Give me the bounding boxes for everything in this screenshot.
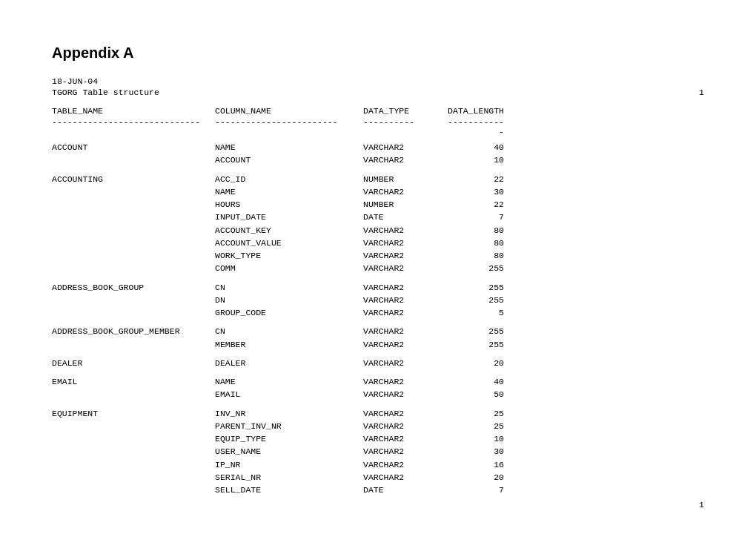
cell-data-length: 255 bbox=[445, 281, 504, 294]
table-row: ACCOUNT_VALUEVARCHAR280 bbox=[52, 237, 704, 249]
cell-data-type: NUMBER bbox=[363, 198, 445, 211]
cell-data-type: DATE bbox=[363, 484, 445, 496]
cell-data-type: VARCHAR2 bbox=[363, 306, 445, 319]
table-group: EQUIPMENTINV_NRVARCHAR225PARENT_INV_NRVA… bbox=[52, 407, 704, 497]
column-header-row: TABLE_NAME COLUMN_NAME DATA_TYPE DATA_LE… bbox=[52, 106, 704, 116]
table-row: SERIAL_NRVARCHAR220 bbox=[52, 471, 704, 484]
table-row: INPUT_DATEDATE7 bbox=[52, 211, 704, 223]
cell-data-type: VARCHAR2 bbox=[363, 249, 445, 262]
cell-data-type: VARCHAR2 bbox=[363, 471, 445, 484]
cell-data-type: VARCHAR2 bbox=[363, 432, 445, 445]
divider-table: ----------------------------- bbox=[52, 117, 215, 136]
cell-data-length: 16 bbox=[445, 458, 504, 471]
cell-data-length: 10 bbox=[445, 154, 504, 166]
cell-column-name: ACCOUNT_VALUE bbox=[215, 237, 363, 249]
cell-column-name: USER_NAME bbox=[215, 445, 363, 458]
cell-data-type: VARCHAR2 bbox=[363, 294, 445, 306]
cell-data-length: 40 bbox=[445, 375, 504, 388]
cell-data-type: VARCHAR2 bbox=[363, 154, 445, 166]
cell-data-type: NUMBER bbox=[363, 173, 445, 185]
cell-column-name: CN bbox=[215, 281, 363, 294]
table-group: ACCOUNTNAMEVARCHAR240ACCOUNTVARCHAR210 bbox=[52, 141, 704, 167]
cell-column-name: ACCOUNT_KEY bbox=[215, 224, 363, 237]
table-row: COMMVARCHAR2255 bbox=[52, 262, 704, 274]
cell-column-name: NAME bbox=[215, 141, 363, 154]
table-row: ADDRESS_BOOK_GROUPCNVARCHAR2255 bbox=[52, 281, 704, 294]
cell-data-type: VARCHAR2 bbox=[363, 458, 445, 471]
table-row: ACCOUNTNAMEVARCHAR240 bbox=[52, 141, 704, 154]
cell-data-length: 30 bbox=[445, 445, 504, 458]
cell-data-type: VARCHAR2 bbox=[363, 325, 445, 337]
table-groups: ACCOUNTNAMEVARCHAR240ACCOUNTVARCHAR210AC… bbox=[52, 141, 704, 496]
table-row: ACCOUNTINGACC_IDNUMBER22 bbox=[52, 173, 704, 185]
table-row: DEALERDEALERVARCHAR220 bbox=[52, 357, 704, 369]
table-group: ADDRESS_BOOK_GROUP_MEMBERCNVARCHAR2255ME… bbox=[52, 325, 704, 351]
cell-data-type: VARCHAR2 bbox=[363, 375, 445, 388]
cell-data-length: 255 bbox=[445, 294, 504, 306]
cell-data-length: 80 bbox=[445, 249, 504, 262]
cell-column-name: EMAIL bbox=[215, 388, 363, 400]
cell-data-type: VARCHAR2 bbox=[363, 262, 445, 274]
cell-data-length: 40 bbox=[445, 141, 504, 154]
meta-table-header: TGORG Table structure 1 bbox=[52, 88, 704, 97]
cell-table-name: ADDRESS_BOOK_GROUP_MEMBER bbox=[52, 325, 215, 337]
table-row: ACCOUNTVARCHAR210 bbox=[52, 154, 704, 166]
cell-column-name: DN bbox=[215, 294, 363, 306]
cell-data-type: VARCHAR2 bbox=[363, 237, 445, 249]
cell-table-name: EMAIL bbox=[52, 375, 215, 388]
page: Appendix A 18-JUN-04 TGORG Table structu… bbox=[0, 0, 756, 532]
table-row: SELL_DATEDATE7 bbox=[52, 484, 704, 496]
cell-data-length: 255 bbox=[445, 338, 504, 351]
cell-data-type: VARCHAR2 bbox=[363, 141, 445, 154]
header-data-length: DATA_LENGTH bbox=[445, 106, 504, 116]
divider-column: ------------------------ bbox=[215, 117, 363, 136]
table-row: IP_NRVARCHAR216 bbox=[52, 458, 704, 471]
cell-data-type: VARCHAR2 bbox=[363, 338, 445, 351]
cell-column-name: INV_NR bbox=[215, 407, 363, 420]
cell-column-name: DEALER bbox=[215, 357, 363, 369]
cell-column-name: SERIAL_NR bbox=[215, 471, 363, 484]
cell-data-length: 50 bbox=[445, 388, 504, 400]
cell-data-length: 5 bbox=[445, 306, 504, 319]
cell-data-length: 7 bbox=[445, 211, 504, 223]
cell-data-length: 20 bbox=[445, 471, 504, 484]
cell-data-length: 255 bbox=[445, 262, 504, 274]
cell-column-name: SELL_DATE bbox=[215, 484, 363, 496]
table-row: NAMEVARCHAR230 bbox=[52, 185, 704, 198]
table-row: EQUIP_TYPEVARCHAR210 bbox=[52, 432, 704, 445]
cell-column-name: GROUP_CODE bbox=[215, 306, 363, 319]
cell-table-name: ACCOUNTING bbox=[52, 173, 215, 185]
cell-column-name: CN bbox=[215, 325, 363, 337]
cell-data-length: 22 bbox=[445, 173, 504, 185]
table-row: EMAILNAMEVARCHAR240 bbox=[52, 375, 704, 388]
table-group: ADDRESS_BOOK_GROUPCNVARCHAR2255DNVARCHAR… bbox=[52, 281, 704, 320]
page-number-bottom: 1 bbox=[699, 500, 704, 510]
table-row: DNVARCHAR2255 bbox=[52, 294, 704, 306]
cell-column-name: INPUT_DATE bbox=[215, 211, 363, 223]
cell-data-length: 22 bbox=[445, 198, 504, 211]
cell-column-name: HOURS bbox=[215, 198, 363, 211]
cell-data-type: VARCHAR2 bbox=[363, 281, 445, 294]
cell-column-name: NAME bbox=[215, 185, 363, 198]
cell-data-length: 20 bbox=[445, 357, 504, 369]
table-row: GROUP_CODEVARCHAR25 bbox=[52, 306, 704, 319]
table-group: EMAILNAMEVARCHAR240EMAILVARCHAR250 bbox=[52, 375, 704, 401]
cell-data-length: 7 bbox=[445, 484, 504, 496]
divider-type: ---------- bbox=[363, 117, 445, 136]
cell-data-type: VARCHAR2 bbox=[363, 357, 445, 369]
meta-date: 18-JUN-04 bbox=[52, 76, 704, 86]
cell-table-name: ACCOUNT bbox=[52, 141, 215, 154]
cell-data-type: VARCHAR2 bbox=[363, 388, 445, 400]
cell-column-name: MEMBER bbox=[215, 338, 363, 351]
cell-data-length: 80 bbox=[445, 224, 504, 237]
cell-table-name: DEALER bbox=[52, 357, 215, 369]
table-row: EMAILVARCHAR250 bbox=[52, 388, 704, 400]
table-row: PARENT_INV_NRVARCHAR225 bbox=[52, 420, 704, 432]
cell-data-length: 30 bbox=[445, 185, 504, 198]
cell-column-name: WORK_TYPE bbox=[215, 249, 363, 262]
cell-data-type: DATE bbox=[363, 211, 445, 223]
header-column-name: COLUMN_NAME bbox=[215, 106, 363, 116]
table-group: ACCOUNTINGACC_IDNUMBER22NAMEVARCHAR230HO… bbox=[52, 173, 704, 275]
table-row: MEMBERVARCHAR2255 bbox=[52, 338, 704, 351]
cell-data-length: 25 bbox=[445, 407, 504, 420]
